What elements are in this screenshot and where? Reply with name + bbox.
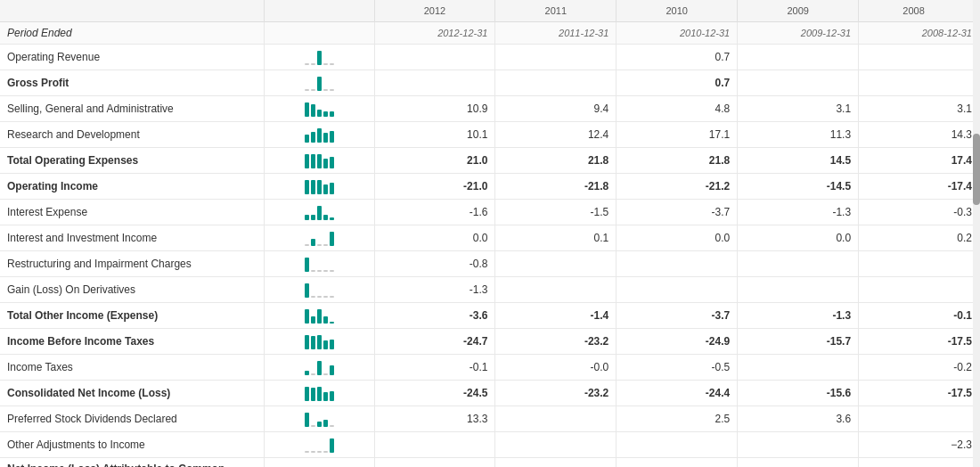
row-label: Operating Income	[0, 174, 264, 200]
trend-bars	[268, 359, 371, 375]
data-cell: -3.7	[617, 200, 738, 225]
data-cell: -0.0	[495, 355, 617, 381]
financial-table-container: 2012 2011 2010 2009 2008 Period Ended201…	[0, 0, 980, 467]
trend-bar	[311, 451, 315, 453]
trend-bar	[317, 422, 322, 427]
data-cell: 3.6	[738, 406, 859, 432]
row-label: Consolidated Net Income (Loss)	[0, 381, 264, 406]
trend-bar	[323, 63, 328, 65]
trend-bars	[268, 333, 371, 349]
trend-bar	[330, 232, 334, 246]
data-cell: -24.4	[617, 381, 738, 406]
financial-table: 2012 2011 2010 2009 2008 Period Ended201…	[0, 0, 980, 467]
table-row: Operating Revenue0.7	[0, 45, 980, 70]
trend-bars	[268, 178, 371, 194]
trend-bar	[330, 340, 334, 349]
trend-bars	[268, 75, 371, 91]
data-cell: -17.5	[859, 329, 980, 355]
data-cell	[738, 277, 859, 303]
trend-bar	[323, 373, 328, 375]
trend-bar	[305, 135, 309, 143]
data-cell	[738, 70, 859, 96]
trend-bar	[330, 183, 334, 194]
data-cell: 0.1	[495, 225, 617, 251]
trend-cell	[264, 70, 374, 96]
row-label: Income Before Income Taxes	[0, 329, 264, 355]
data-cell: -1.3	[738, 303, 859, 329]
trend-bar	[323, 340, 328, 349]
trend-bar	[323, 133, 328, 143]
trend-bar	[311, 316, 315, 324]
table-row: Preferred Stock Dividends Declared13.32.…	[0, 406, 980, 432]
trend-bar	[317, 451, 322, 453]
trend-bar	[311, 180, 315, 194]
data-cell: -17.5	[859, 381, 980, 406]
data-cell: -1.4	[495, 303, 617, 329]
table-row: Net Income (Loss) Attributable to Common…	[0, 458, 980, 468]
trend-bars	[268, 230, 371, 246]
data-cell	[859, 45, 980, 70]
trend-bar	[323, 270, 328, 272]
column-header-row: 2012 2011 2010 2009 2008	[0, 0, 980, 22]
data-cell: -21.0	[374, 174, 495, 200]
row-label: Other Adjustments to Income	[0, 432, 264, 458]
row-label: Preferred Stock Dividends Declared	[0, 406, 264, 432]
trend-bar	[323, 89, 328, 91]
table-row: Interest and Investment Income0.00.10.00…	[0, 225, 980, 251]
data-cell	[738, 45, 859, 70]
trend-bar	[330, 365, 334, 375]
trend-bar	[311, 270, 315, 272]
trend-cell	[264, 45, 374, 70]
trend-bar	[311, 425, 315, 427]
data-cell: -15.7	[738, 329, 859, 355]
data-cell: -0.2	[859, 355, 980, 381]
trend-bars	[268, 204, 371, 220]
table-row: Interest Expense-1.6-1.5-3.7-1.3-0.3	[0, 200, 980, 225]
table-row: Selling, General and Administrative10.99…	[0, 96, 980, 122]
trend-bar	[317, 128, 322, 143]
trend-bar	[311, 239, 315, 246]
trend-bar	[323, 316, 328, 324]
data-cell: 17.4	[859, 148, 980, 174]
data-cell: 14.3	[859, 122, 980, 148]
row-label: Total Operating Expenses	[0, 148, 264, 174]
trend-bar	[317, 180, 322, 194]
trend-bar	[317, 361, 322, 375]
data-cell: 0.0	[738, 225, 859, 251]
trend-bar	[317, 154, 322, 168]
trend-cell	[264, 277, 374, 303]
data-cell: 0.2	[859, 225, 980, 251]
table-row: Research and Development10.112.417.111.3…	[0, 122, 980, 148]
data-cell: -3.7	[617, 303, 738, 329]
data-cell: -0.1	[374, 355, 495, 381]
trend-bar	[323, 159, 328, 168]
trend-bar	[311, 215, 315, 220]
data-cell	[859, 406, 980, 432]
table-row: Operating Income-21.0-21.8-21.2-14.5-17.…	[0, 174, 980, 200]
trend-bar	[305, 283, 309, 298]
data-cell: -1.3	[738, 200, 859, 225]
data-cell: 4.8	[617, 96, 738, 122]
trend-bar	[317, 244, 322, 246]
trend-bar	[305, 102, 309, 117]
trend-bar	[323, 111, 328, 117]
trend-bar	[305, 63, 309, 65]
trend-bar	[305, 154, 309, 168]
trend-bar	[311, 104, 315, 117]
data-cell	[374, 432, 495, 458]
data-cell: -1.6	[374, 200, 495, 225]
row-label: Gross Profit	[0, 70, 264, 96]
period-header-cell: 2011-12-31	[495, 22, 617, 45]
scrollbar[interactable]	[973, 0, 980, 467]
data-cell	[859, 70, 980, 96]
trend-cell	[264, 148, 374, 174]
data-cell: -0.5	[617, 355, 738, 381]
period-header-cell: 2009-12-31	[738, 22, 859, 45]
data-cell	[495, 277, 617, 303]
trend-bars	[268, 101, 371, 117]
trend-bar	[323, 244, 328, 246]
scrollbar-thumb[interactable]	[973, 134, 980, 205]
data-cell	[738, 251, 859, 277]
data-cell: -14.5	[738, 174, 859, 200]
data-cell	[495, 251, 617, 277]
